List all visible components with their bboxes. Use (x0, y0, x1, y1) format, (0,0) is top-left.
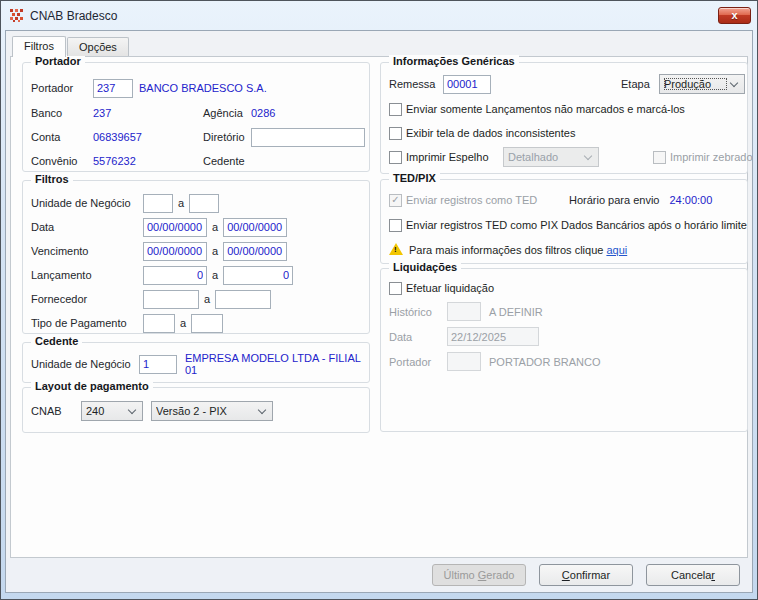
app-icon (9, 8, 24, 23)
banco-value: 237 (93, 107, 111, 119)
enviar-ted-checkbox[interactable]: ✓ (389, 194, 402, 207)
tab-filtros-label: Filtros (24, 40, 54, 52)
diretorio-input[interactable] (251, 128, 365, 147)
versao-combo[interactable]: Versão 2 - PIX (151, 401, 273, 421)
aqui-link[interactable]: aqui (606, 244, 627, 256)
cedente-group-title: Cedente (31, 335, 82, 347)
historico-desc: A DEFINIR (489, 306, 543, 318)
tipo-pagamento-from-input[interactable] (143, 314, 175, 333)
portador-group: Portador Portador BANCO BRADESCO S.A. Ba… (22, 62, 370, 172)
enviar-somente-checkbox[interactable] (389, 103, 402, 116)
tab-filtros[interactable]: Filtros (12, 36, 66, 57)
chevron-down-icon (128, 405, 136, 413)
check-icon: ✓ (391, 195, 399, 205)
chevron-down-icon (258, 405, 266, 413)
dialog-client-area: Filtros Opções Portador Portador BANCO B… (5, 30, 753, 593)
cedente-unidade-input[interactable] (139, 355, 177, 374)
range-separator: a (212, 245, 218, 257)
range-separator: a (212, 221, 218, 233)
ultimo-gerado-button[interactable]: Último Gerado (432, 564, 526, 586)
espelho-modo-combo[interactable]: Detalhado (503, 147, 599, 167)
liquidacao-portador-desc: PORTADOR BRANCO (489, 356, 600, 368)
liquidacoes-group-title: Liquidações (389, 261, 461, 273)
unidade-negocio-to-input[interactable] (189, 194, 219, 213)
remessa-label: Remessa (389, 78, 443, 90)
portador-code-input[interactable] (93, 79, 133, 98)
chevron-down-icon (584, 151, 592, 159)
lancamento-to-input[interactable] (223, 266, 293, 285)
cancelar-button[interactable]: Cancelar (646, 564, 740, 586)
imprimir-espelho-checkbox[interactable] (389, 151, 402, 164)
title-bar: CNAB Bradesco x (1, 1, 757, 30)
aviso-text: Para mais informações dos filtros clique (409, 244, 603, 256)
informacoes-genericas-group: Informações Genéricas Remessa Etapa Prod… (380, 62, 748, 174)
portador-label: Portador (31, 82, 93, 94)
informacoes-genericas-group-title: Informações Genéricas (389, 55, 519, 67)
exibir-inconsistentes-checkbox[interactable] (389, 127, 402, 140)
close-button[interactable]: x (718, 7, 751, 24)
fornecedor-label: Fornecedor (31, 293, 143, 305)
horario-envio-label: Horário para envio (569, 194, 660, 206)
exibir-inconsistentes-label: Exibir tela de dados inconsistentes (406, 127, 575, 139)
filtros-group: Filtros Unidade de Negócio a Data a Venc… (22, 180, 370, 334)
efetuar-liquidacao-checkbox[interactable] (389, 282, 402, 295)
tab-page-filtros: Portador Portador BANCO BRADESCO S.A. Ba… (10, 56, 748, 558)
window-title: CNAB Bradesco (30, 9, 117, 23)
chevron-down-icon (730, 78, 738, 86)
fornecedor-to-input[interactable] (215, 290, 271, 309)
imprimir-zebrado-checkbox[interactable] (653, 151, 666, 164)
remessa-input[interactable] (443, 75, 491, 94)
cedente-label: Cedente (203, 155, 251, 167)
banco-label: Banco (31, 107, 93, 119)
range-separator: a (204, 293, 210, 305)
liquidacao-portador-label: Portador (389, 356, 447, 368)
conta-label: Conta (31, 131, 93, 143)
cnab-combo[interactable]: 240 (81, 401, 143, 421)
historico-input[interactable] (447, 302, 481, 321)
conta-value: 06839657 (93, 131, 142, 143)
liquidacao-data-input[interactable] (447, 327, 539, 346)
versao-combo-value: Versão 2 - PIX (156, 405, 255, 417)
imprimir-espelho-label: Imprimir Espelho (406, 151, 489, 163)
tab-opcoes-label: Opções (79, 41, 117, 53)
vencimento-from-input[interactable] (143, 242, 207, 261)
etapa-combo[interactable]: Produção (659, 74, 745, 94)
agencia-label: Agência (203, 107, 251, 119)
convenio-value: 5576232 (93, 155, 136, 167)
tipo-pagamento-label: Tipo de Pagamento (31, 317, 143, 329)
diretorio-label: Diretório (203, 131, 251, 143)
unidade-negocio-from-input[interactable] (143, 194, 173, 213)
cnab-label: CNAB (31, 405, 81, 417)
portador-name-text: BANCO BRADESCO S.A. (139, 82, 267, 94)
empresa-name-text: EMPRESA MODELO LTDA - FILIAL 01 (185, 352, 369, 376)
button-bar: Último Gerado Confirmar Cancelar (6, 558, 752, 592)
close-icon: x (731, 9, 737, 21)
confirmar-button[interactable]: Confirmar (539, 564, 633, 586)
filtros-group-title: Filtros (31, 173, 73, 185)
vencimento-to-input[interactable] (223, 242, 287, 261)
liquidacao-data-label: Data (389, 331, 447, 343)
layout-pagamento-group: Layout de pagamento CNAB 240 Versão 2 - … (22, 387, 370, 433)
fornecedor-from-input[interactable] (143, 290, 199, 309)
data-from-input[interactable] (143, 218, 207, 237)
cedente-unidade-label: Unidade de Negócio (31, 358, 139, 370)
historico-label: Histórico (389, 306, 447, 318)
ted-como-pix-checkbox[interactable] (389, 219, 402, 232)
layout-pagamento-group-title: Layout de pagamento (31, 380, 153, 392)
espelho-modo-value: Detalhado (508, 151, 581, 163)
horario-envio-value: 24:00:00 (670, 194, 713, 206)
tab-opcoes[interactable]: Opções (67, 37, 129, 56)
range-separator: a (178, 197, 184, 209)
tab-strip: Filtros Opções (6, 31, 752, 56)
efetuar-liquidacao-label: Efetuar liquidação (406, 282, 494, 294)
data-to-input[interactable] (223, 218, 287, 237)
tipo-pagamento-to-input[interactable] (191, 314, 223, 333)
liquidacao-portador-input[interactable] (447, 352, 481, 371)
cnab-combo-value: 240 (86, 405, 125, 417)
range-separator: a (180, 317, 186, 329)
etapa-combo-value: Produção (664, 78, 727, 90)
imprimir-zebrado-label: Imprimir zebrado (670, 151, 753, 163)
range-separator: a (212, 269, 218, 281)
enviar-ted-label: Enviar registros como TED (406, 194, 537, 206)
lancamento-from-input[interactable] (143, 266, 207, 285)
